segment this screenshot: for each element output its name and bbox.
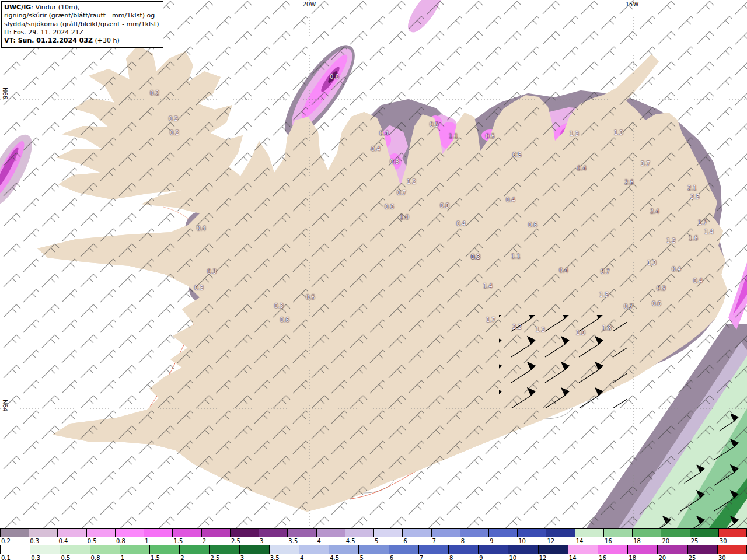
colorbar-tick-label: 10 [517,537,546,545]
colorbar-swatch [603,528,632,537]
precip-value-label: 1.4 [483,283,493,289]
colorbar-segment: 30 [718,528,747,545]
colorbar-swatch [598,545,627,554]
colorbar-segment: 0.8 [90,545,120,560]
init-time: IT: Fös. 29. 11. 2024 21Z [4,29,159,37]
colorbar-tick-label: 3 [239,554,269,560]
colorbar-swatch [374,528,402,537]
colorbar-segment: 7 [418,545,448,560]
colorbar-swatch [402,528,431,537]
colorbar-swatch [657,545,687,554]
colorbar-tick-label: 1 [144,537,172,545]
precip-value-label: 1.2 [536,327,545,333]
colorbar-tick-label: 2.5 [230,537,259,545]
colorbar-segment: 1.5 [149,545,179,560]
colorbar-swatch [687,545,717,554]
colorbar-swatch [538,545,568,554]
colorbar-segment: 16 [598,545,627,560]
precip-value-label: 2.2 [512,324,522,330]
colorbar-swatch [478,545,508,554]
colorbar-segment: 4 [316,528,345,545]
colorbar-tick-label: 16 [598,554,627,560]
colorbar-swatch [431,528,460,537]
colorbar-segment: 0.1 [0,545,30,560]
colorbar-tick-label: 4.5 [345,537,374,545]
colorbar-segment: 3 [259,528,287,545]
colorbar-segment: 20 [657,545,687,560]
colorbar-segment: 8 [460,528,488,545]
valid-time: VT: Sun. 01.12.2024 03Z (+30 h) [4,37,159,45]
colorbar-tick-label: 1 [120,554,149,560]
precip-value-label: 1.2 [407,178,416,185]
colorbar-tick-label: 0.3 [29,537,57,545]
colorbar-swatch [201,528,230,537]
colorbar-tick-label: 25 [687,554,717,560]
colorbar-segment: 10 [508,545,537,560]
colorbar-tick-label: 9 [488,537,517,545]
precip-value-label: 0.3 [207,268,217,275]
wind-barb-overlay [0,0,747,528]
precip-value-label: 1.4 [704,229,714,235]
precip-value-label: 0.2 [169,116,178,122]
colorbar-swatch [259,528,287,537]
precip-value-label: 3.7 [641,160,650,167]
colorbar-tick-label: 18 [627,554,657,560]
colorbar-swatch [90,545,120,554]
colorbar-tick-label: 0.5 [60,554,89,560]
colorbar-tick-label: 30 [718,537,747,545]
colorbar-segment: 0.4 [57,528,86,545]
precip-value-label: 1.5 [599,292,609,298]
precip-value-label: 0.4 [456,220,466,227]
colorbar-tick-label: 5 [358,554,388,560]
precip-value-label: 0.2 [170,130,179,136]
precip-value-label: 0.4 [506,197,515,203]
colorbar-segment: 4.5 [329,545,358,560]
precip-value-label: 0.9 [657,285,666,292]
colorbar-tick-label: 2.5 [209,554,239,560]
title-box: UWC/IG: Vindur (10m), rigning/skúrir (gr… [1,1,163,48]
colorbar-swatch [316,528,345,537]
colorbar-segment: 5 [358,545,388,560]
precip-value-label: 1.6 [689,235,698,242]
longitude-label: 15W [626,1,639,8]
colorbar-segment: 2.5 [230,528,259,545]
colorbar-segment: 16 [603,528,632,545]
colorbar-tick-label: 20 [657,554,687,560]
colorbar-tick-label: 16 [603,537,632,545]
colorbar-segment: 0.5 [86,528,115,545]
map-art [0,0,747,528]
colorbar-segment: 0.8 [115,528,144,545]
colorbar-segment: 12 [538,545,568,560]
colorbar-segment: 3 [239,545,269,560]
colorbar-tick-label: 3 [259,537,287,545]
colorbar-tick-label: 30 [717,554,747,560]
precip-value-label: 0.8 [440,202,449,209]
colorbar-swatch [57,528,86,537]
colorbar-segment: 2 [179,545,209,560]
precip-value-label: 0.5 [512,152,522,158]
colorbar-swatch [149,545,179,554]
colorbar-segment: 30 [717,545,747,560]
colorbar-segment: 1 [120,545,149,560]
colorbar-swatch [179,545,209,554]
colorbar-swatch [575,528,603,537]
colorbar-swatch [568,545,598,554]
colorbar-segment: 10 [517,528,546,545]
precip-value-label: 0.3 [471,254,480,260]
colorbar-segment: 8 [448,545,478,560]
precip-value-label: 1.3 [647,260,657,266]
model-name: UWC/IG [4,4,31,11]
precip-value-label: 0.7 [601,268,610,275]
colorbar-tick-label: 5 [374,537,402,545]
precip-value-label: 0.2 [150,90,159,96]
colorbar-swatch [239,545,269,554]
colorbar-segment: 0.3 [30,545,60,560]
colorbar-tick-label: 4 [299,554,329,560]
precip-value-label: 1.1 [511,253,521,260]
colorbar-swatch [418,545,448,554]
precip-value-label: 0.3 [194,285,204,291]
colorbar-tick-label: 4.5 [329,554,358,560]
colorbar-swatch [718,528,747,537]
colorbar-swatch [287,528,316,537]
colorbar-swatch [269,545,299,554]
